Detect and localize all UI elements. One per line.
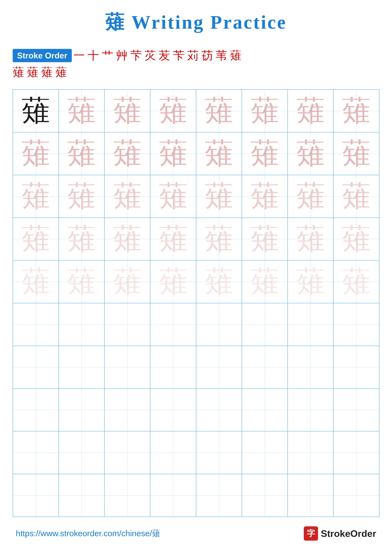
grid-char: 薙 [159, 95, 187, 127]
grid-cell[interactable]: 薙 [59, 89, 105, 132]
grid-cell[interactable] [150, 431, 196, 474]
grid-cell[interactable]: 薙 [333, 89, 379, 132]
grid-char: 薙 [113, 266, 142, 297]
grid-cell[interactable]: 薙 [104, 132, 150, 175]
grid-cell[interactable] [196, 474, 242, 517]
grid-char: 薙 [250, 223, 279, 255]
grid-cell[interactable] [150, 388, 196, 431]
stroke-char-12: 薙 [230, 48, 241, 63]
grid-cell[interactable] [104, 388, 150, 431]
grid-cell[interactable] [288, 474, 334, 517]
grid-cell[interactable] [150, 474, 196, 517]
grid-cell[interactable] [196, 303, 242, 346]
grid-cell[interactable] [333, 474, 379, 517]
grid-cell[interactable] [13, 388, 59, 431]
grid-cell[interactable]: 薙 [333, 175, 379, 218]
grid-cell[interactable] [333, 388, 379, 431]
grid-cell[interactable]: 薙 [242, 175, 288, 218]
grid-char: 薙 [296, 181, 325, 212]
grid-cell[interactable]: 薙 [104, 89, 150, 132]
grid-cell[interactable] [150, 346, 196, 388]
grid-cell[interactable] [59, 431, 105, 474]
grid-cell[interactable]: 薙 [150, 132, 196, 175]
grid-cell[interactable] [242, 388, 288, 431]
grid-cell[interactable] [288, 303, 334, 346]
grid-cell[interactable]: 薙 [242, 218, 288, 260]
grid-cell[interactable]: 薙 [13, 260, 59, 303]
grid-cell[interactable]: 薙 [196, 260, 242, 303]
grid-cell[interactable]: 薙 [13, 89, 59, 132]
grid-cell[interactable]: 薙 [104, 218, 150, 260]
grid-cell[interactable]: 薙 [196, 218, 242, 260]
grid-char: 薙 [113, 223, 142, 255]
grid-cell[interactable] [242, 431, 288, 474]
grid-char: 薙 [159, 266, 187, 297]
grid-cell[interactable] [333, 346, 379, 388]
stroke-char-11: 苇 [216, 48, 227, 63]
grid-cell[interactable] [196, 388, 242, 431]
grid-char: 薙 [205, 223, 233, 255]
grid-char: 薙 [67, 95, 96, 127]
grid-cell[interactable]: 薙 [13, 218, 59, 260]
grid-cell[interactable]: 薙 [59, 175, 105, 218]
grid-cell[interactable]: 薙 [196, 89, 242, 132]
grid-cell[interactable]: 薙 [59, 218, 105, 260]
grid-cell[interactable]: 薙 [242, 132, 288, 175]
grid-cell[interactable]: 薙 [288, 218, 334, 260]
grid-char: 薙 [21, 95, 50, 127]
grid-cell[interactable]: 薙 [196, 132, 242, 175]
stroke-char-14: 薙 [27, 65, 38, 80]
grid-cell[interactable] [104, 474, 150, 517]
grid-cell[interactable]: 薙 [59, 260, 105, 303]
grid-cell[interactable]: 薙 [150, 260, 196, 303]
grid-cell[interactable]: 薙 [288, 132, 334, 175]
grid-cell[interactable]: 薙 [288, 89, 334, 132]
grid-cell[interactable]: 薙 [150, 89, 196, 132]
grid-cell[interactable] [59, 303, 105, 346]
grid-cell[interactable] [333, 303, 379, 346]
grid-cell[interactable] [104, 303, 150, 346]
grid-cell[interactable] [13, 474, 59, 517]
grid-cell[interactable] [150, 303, 196, 346]
grid-cell[interactable]: 薙 [104, 175, 150, 218]
grid-char: 薙 [159, 223, 187, 255]
grid-cell[interactable]: 薙 [288, 175, 334, 218]
grid-cell[interactable]: 薙 [104, 260, 150, 303]
grid-cell[interactable] [13, 303, 59, 346]
grid-cell[interactable] [13, 431, 59, 474]
grid-cell[interactable] [13, 346, 59, 388]
grid-cell[interactable] [104, 431, 150, 474]
grid-cell[interactable]: 薙 [333, 260, 379, 303]
grid-char: 薙 [205, 95, 233, 127]
grid-cell[interactable] [333, 431, 379, 474]
grid-cell[interactable]: 薙 [242, 260, 288, 303]
grid-cell[interactable] [104, 346, 150, 388]
grid-cell[interactable] [242, 346, 288, 388]
grid-cell[interactable]: 薙 [150, 175, 196, 218]
grid-cell[interactable]: 薙 [150, 218, 196, 260]
grid-cell[interactable] [59, 388, 105, 431]
grid-cell[interactable]: 薙 [333, 218, 379, 260]
grid-cell[interactable]: 薙 [13, 175, 59, 218]
grid-cell[interactable] [196, 346, 242, 388]
grid-char: 薙 [21, 181, 50, 212]
grid-cell[interactable]: 薙 [13, 132, 59, 175]
stroke-char-5: 芐 [130, 48, 142, 63]
grid-cell[interactable]: 薙 [196, 175, 242, 218]
grid-cell[interactable] [288, 431, 334, 474]
grid-cell[interactable]: 薙 [333, 132, 379, 175]
grid-cell[interactable]: 薙 [59, 132, 105, 175]
grid-cell[interactable]: 薙 [242, 89, 288, 132]
grid-char: 薙 [342, 95, 371, 127]
grid-cell[interactable] [242, 303, 288, 346]
grid-char: 薙 [205, 138, 233, 169]
grid-cell[interactable]: 薙 [288, 260, 334, 303]
grid-cell[interactable] [59, 346, 105, 388]
grid-cell[interactable] [288, 388, 334, 431]
stroke-order-badge: Stroke Order [13, 49, 72, 62]
grid-cell[interactable] [288, 346, 334, 388]
grid-cell[interactable] [242, 474, 288, 517]
grid-char: 薙 [296, 223, 325, 255]
grid-cell[interactable] [196, 431, 242, 474]
grid-cell[interactable] [59, 474, 105, 517]
